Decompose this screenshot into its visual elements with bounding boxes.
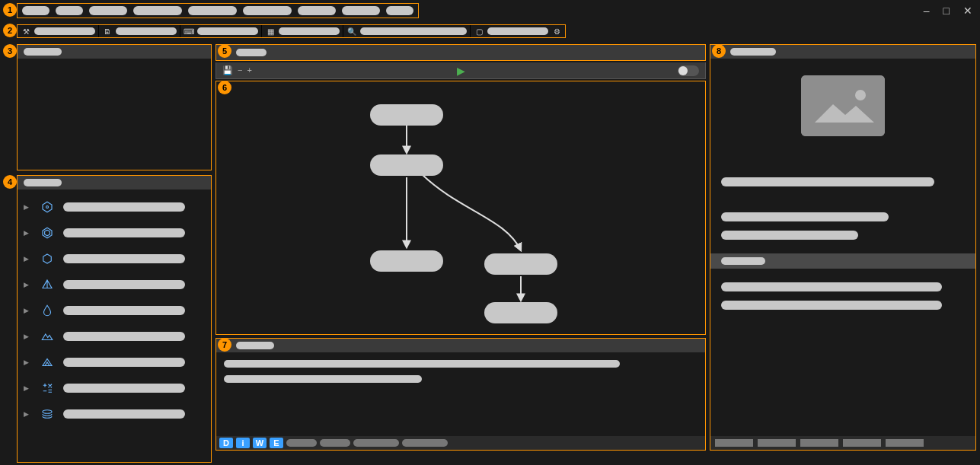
svg-point-1 — [46, 206, 49, 209]
toolbar-compile-group[interactable]: ⚒ — [18, 25, 99, 37]
compile-icon: ⚒ — [21, 26, 31, 37]
menu-item-window[interactable] — [342, 6, 380, 15]
palette-item-label — [63, 332, 185, 341]
region-badge-8: 8 — [712, 44, 726, 58]
details-info-line — [721, 177, 934, 186]
palette-item[interactable]: ▶ — [18, 352, 211, 372]
editor-tab-title[interactable] — [236, 49, 267, 56]
log-filter-warn[interactable]: W — [253, 438, 267, 448]
menu-item-help[interactable] — [386, 6, 413, 15]
layers-icon — [39, 406, 56, 422]
menu-item-build[interactable] — [188, 6, 237, 15]
graph-node-print[interactable] — [484, 253, 557, 275]
log-panel: D i W E — [215, 338, 706, 451]
chevron-right-icon: ▶ — [24, 384, 31, 392]
log-line — [224, 360, 620, 368]
window-close-button[interactable]: ✕ — [963, 5, 972, 17]
toolbar-search-field[interactable] — [360, 27, 467, 35]
log-tab[interactable] — [353, 439, 399, 447]
svg-marker-2 — [43, 228, 52, 238]
toolbar-textmode-label — [197, 27, 258, 35]
save-icon[interactable]: 💾 — [222, 65, 233, 75]
zoom-out-icon[interactable]: − — [238, 65, 242, 75]
log-filter-info[interactable]: i — [236, 438, 250, 448]
toolbar-newgraph-group[interactable]: 🗎 — [99, 25, 180, 37]
region-badge-4: 4 — [3, 175, 17, 189]
toolbar-settings-label — [487, 27, 548, 35]
palette-item[interactable]: ▶ — [18, 275, 211, 295]
region-badge-2: 2 — [3, 24, 17, 37]
tetrahedron-icon — [39, 276, 56, 293]
log-tab[interactable] — [402, 439, 448, 447]
chevron-right-icon: ▶ — [24, 203, 31, 211]
menu-item-view[interactable] — [89, 6, 127, 15]
status-item — [886, 439, 924, 447]
outline-panel — [17, 44, 212, 170]
palette-item[interactable]: ▶ — [18, 326, 211, 346]
main-toolbar: ⚒ 🗎 ⌨ ▦ 🔍 ▢ ⚙ — [17, 24, 566, 38]
palette-item[interactable]: ▶ — [18, 197, 211, 217]
palette-item[interactable]: ▶ — [18, 301, 211, 320]
details-status-bar — [710, 436, 975, 450]
hexagon-outline-icon — [39, 250, 56, 267]
grid-icon: ▦ — [265, 26, 276, 37]
log-tab[interactable] — [320, 439, 350, 447]
play-button[interactable]: ▶ — [457, 65, 465, 77]
log-filter-error[interactable]: E — [270, 438, 283, 448]
details-info-line — [721, 231, 858, 240]
graph-node-return[interactable] — [484, 302, 557, 323]
toolbar-grid-group[interactable]: ▦ — [262, 25, 343, 37]
log-filter-debug[interactable]: D — [219, 438, 233, 448]
chevron-right-icon: ▶ — [24, 410, 31, 418]
window-minimize-button[interactable]: – — [924, 5, 930, 17]
toolbar-compile-label — [34, 27, 95, 35]
region-badge-1: 1 — [3, 3, 17, 17]
menu-item-file[interactable] — [22, 6, 49, 15]
toolbar-search-group[interactable]: 🔍 — [343, 25, 471, 37]
details-panel-header — [710, 45, 975, 59]
toolbar-settings-group[interactable]: ▢ ⚙ — [471, 25, 565, 37]
graph-canvas[interactable] — [215, 81, 706, 335]
status-item — [843, 439, 881, 447]
math-icon — [39, 380, 56, 397]
palette-item-label — [63, 358, 185, 367]
palette-item-label — [63, 280, 185, 289]
chevron-right-icon: ▶ — [24, 307, 31, 314]
svg-marker-0 — [43, 202, 52, 212]
palette-panel-header — [18, 176, 211, 190]
toolbar-newgraph-label — [116, 27, 177, 35]
menu-item-edit[interactable] — [56, 6, 83, 15]
details-property-line — [721, 282, 942, 291]
palette-item-label — [63, 409, 185, 419]
menu-item-project[interactable] — [133, 6, 182, 15]
editor-toolbar: 💾 − + ▶ — [215, 62, 706, 79]
toolbar-textmode-group[interactable]: ⌨ — [180, 25, 262, 37]
status-item — [758, 439, 796, 447]
thumbnail-placeholder — [801, 75, 885, 136]
editor-tab-bar — [215, 44, 706, 61]
log-tab[interactable] — [286, 439, 317, 447]
svg-point-10 — [855, 90, 866, 100]
palette-item[interactable]: ▶ — [18, 404, 211, 424]
svg-marker-3 — [45, 230, 50, 236]
palette-item[interactable]: ▶ — [18, 223, 211, 243]
palette-item-label — [63, 228, 185, 237]
status-item — [800, 439, 838, 447]
details-section-header[interactable] — [710, 253, 975, 269]
gear-icon[interactable]: ⚙ — [551, 26, 562, 37]
mountains-icon — [39, 328, 56, 345]
chevron-right-icon: ▶ — [24, 358, 31, 366]
window-maximize-button[interactable]: □ — [943, 5, 950, 17]
live-preview-toggle[interactable] — [678, 65, 699, 76]
graph-node-begin[interactable] — [370, 104, 443, 126]
palette-item[interactable]: ▶ — [18, 249, 211, 269]
graph-node-branch[interactable] — [370, 154, 443, 176]
palette-item[interactable]: ▶ — [18, 378, 211, 398]
menu-item-tools[interactable] — [298, 6, 336, 15]
palette-panel: ▶ ▶ ▶ ▶ ▶ ▶ ▶ — [17, 175, 212, 463]
hexagon-icon — [39, 225, 56, 241]
menu-item-analyze[interactable] — [243, 6, 292, 15]
graph-node-setvalue[interactable] — [370, 250, 443, 272]
palette-item-label — [63, 254, 185, 263]
zoom-in-icon[interactable]: + — [247, 65, 251, 75]
